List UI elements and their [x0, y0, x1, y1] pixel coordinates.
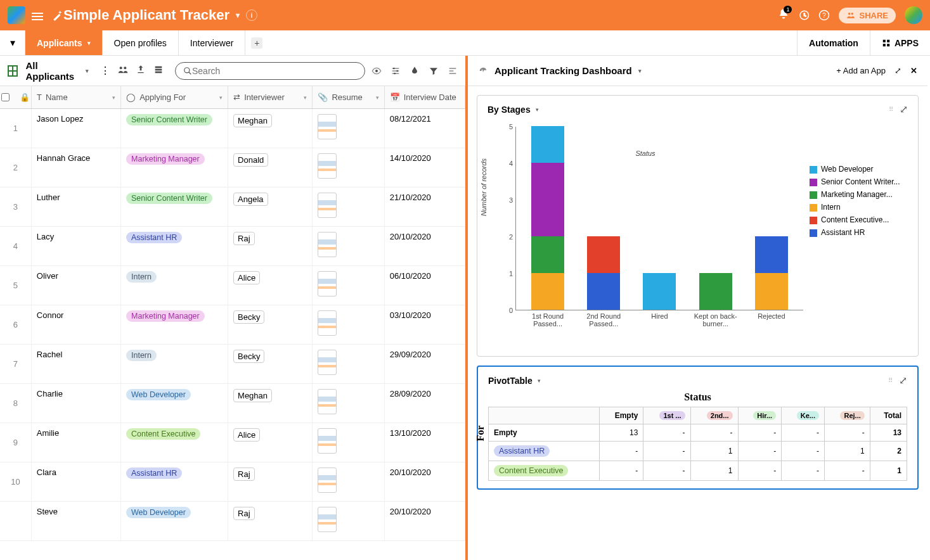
legend-item[interactable]: Senior Content Writer...: [810, 177, 908, 186]
menu-icon[interactable]: [32, 11, 43, 20]
col-interview-date[interactable]: 📅Interview Date: [385, 86, 465, 108]
expand-icon[interactable]: ⤢: [900, 103, 908, 115]
cell-applying-for[interactable]: Intern: [121, 266, 228, 305]
legend-item[interactable]: Content Executive...: [810, 215, 908, 224]
table-row[interactable]: 4LacyAssistant HRRaj20/10/2020: [0, 227, 465, 266]
cell-date[interactable]: 28/09/2020: [385, 384, 465, 423]
cell-applying-for[interactable]: Content Executive: [121, 423, 228, 462]
attachment-thumbnail[interactable]: [318, 193, 337, 218]
cell-resume[interactable]: [313, 188, 384, 226]
cell-date[interactable]: 06/10/2020: [385, 266, 465, 305]
table-row[interactable]: 10ClaraAssistant HRRaj20/10/2020: [0, 462, 465, 502]
add-app-button[interactable]: + Add an App: [836, 66, 886, 75]
cell-resume[interactable]: [313, 462, 384, 501]
cell-date[interactable]: 29/09/2020: [385, 345, 465, 383]
cell-interviewer[interactable]: Becky: [228, 345, 313, 383]
table-row[interactable]: 3LutherSenior Content WriterAngela21/10/…: [0, 188, 465, 227]
sliders-icon[interactable]: [391, 66, 401, 76]
cell-applying-for[interactable]: Web Developer: [121, 502, 228, 540]
cell-name[interactable]: Lacy: [32, 227, 121, 265]
cell-date[interactable]: 13/10/2020: [385, 423, 465, 462]
cell-interviewer[interactable]: Donald: [228, 148, 313, 187]
pivot-row-header[interactable]: Content Executive: [489, 461, 600, 481]
search-field[interactable]: [192, 66, 357, 76]
cell-applying-for[interactable]: Assistant HR: [121, 227, 228, 265]
cell-interviewer[interactable]: Alice: [228, 423, 313, 462]
col-applying-for[interactable]: ◯Applying For▾: [121, 86, 228, 108]
legend-item[interactable]: Assistant HR: [810, 228, 908, 237]
attachment-thumbnail[interactable]: [318, 153, 337, 179]
cell-applying-for[interactable]: Senior Content Writer: [121, 109, 228, 148]
expand-icon[interactable]: ⤢: [894, 66, 901, 75]
attachment-thumbnail[interactable]: [318, 389, 337, 414]
cell-name[interactable]: Jason Lopez: [32, 109, 121, 148]
table-row[interactable]: 1Jason LopezSenior Content WriterMeghan0…: [0, 109, 465, 148]
cell-name[interactable]: Clara: [32, 462, 121, 501]
table-body[interactable]: 1Jason LopezSenior Content WriterMeghan0…: [0, 109, 465, 560]
drag-handle-icon[interactable]: ⠿: [889, 106, 894, 113]
automation-button[interactable]: Automation: [797, 30, 870, 55]
cell-resume[interactable]: [313, 148, 384, 187]
attachment-thumbnail[interactable]: [318, 271, 337, 296]
pivot-card[interactable]: PivotTable ▾ ⠿ ⤢ Status Empty1st ...2nd.…: [477, 366, 919, 490]
collapse-tabs-button[interactable]: ▾: [0, 30, 25, 55]
color-icon[interactable]: [410, 66, 420, 76]
pivot-col-header[interactable]: Rej...: [824, 407, 870, 424]
tab-interviewer[interactable]: Interviewer: [179, 30, 245, 55]
attachment-thumbnail[interactable]: [318, 232, 337, 257]
chevron-down-icon[interactable]: ▾: [538, 378, 541, 384]
cell-resume[interactable]: [313, 227, 384, 265]
table-row[interactable]: 9AmilieContent ExecutiveAlice13/10/2020: [0, 423, 465, 462]
table-row[interactable]: 8CharlieWeb DeveloperMeghan28/09/2020: [0, 384, 465, 423]
col-interviewer[interactable]: ⇄Interviewer▾: [228, 86, 313, 108]
cell-resume[interactable]: [313, 423, 384, 462]
cell-name[interactable]: Rachel: [32, 345, 121, 383]
col-resume[interactable]: 📎Resume▾: [313, 86, 384, 108]
filter-icon[interactable]: [429, 66, 439, 76]
cell-applying-for[interactable]: Marketing Manager: [121, 148, 228, 187]
legend-item[interactable]: Web Developer: [810, 165, 908, 174]
apps-button[interactable]: APPS: [870, 30, 930, 55]
add-tab-button[interactable]: +: [245, 30, 268, 55]
drag-handle-icon[interactable]: ⠿: [888, 377, 894, 384]
cell-resume[interactable]: [313, 502, 384, 540]
info-icon[interactable]: i: [246, 10, 257, 21]
doc-title-area[interactable]: Simple Applicant Tracker ▾ i: [63, 7, 257, 23]
pivot-col-header[interactable]: Hir...: [738, 407, 782, 424]
cell-date[interactable]: 20/10/2020: [385, 462, 465, 501]
cell-applying-for[interactable]: Marketing Manager: [121, 305, 228, 344]
table-row[interactable]: 2Hannah GraceMarketing ManagerDonald14/1…: [0, 148, 465, 188]
table-row[interactable]: 7RachelInternBecky29/09/2020: [0, 345, 465, 384]
history-icon[interactable]: [798, 10, 810, 21]
people-icon[interactable]: [118, 65, 128, 75]
attachment-thumbnail[interactable]: [318, 310, 337, 336]
cell-date[interactable]: 08/12/2021: [385, 109, 465, 148]
pivot-col-header[interactable]: Total: [870, 407, 907, 424]
cell-name[interactable]: Amilie: [32, 423, 121, 462]
chevron-down-icon[interactable]: ▾: [536, 106, 539, 113]
cell-interviewer[interactable]: Raj: [228, 502, 313, 540]
cell-interviewer[interactable]: Alice: [228, 266, 313, 305]
export-icon[interactable]: [136, 65, 146, 75]
cell-name[interactable]: Steve: [32, 502, 121, 540]
cell-resume[interactable]: [313, 345, 384, 383]
help-icon[interactable]: ?: [818, 10, 830, 21]
cell-applying-for[interactable]: Web Developer: [121, 384, 228, 423]
cell-interviewer[interactable]: Meghan: [228, 109, 313, 148]
cell-interviewer[interactable]: Raj: [228, 462, 313, 501]
cell-name[interactable]: Hannah Grace: [32, 148, 121, 187]
cell-interviewer[interactable]: Angela: [228, 188, 313, 226]
hide-fields-icon[interactable]: [371, 66, 382, 76]
cell-date[interactable]: 20/10/2020: [385, 502, 465, 540]
cell-applying-for[interactable]: Senior Content Writer: [121, 188, 228, 226]
attachment-thumbnail[interactable]: [318, 428, 337, 454]
chevron-down-icon[interactable]: ▾: [236, 11, 240, 20]
expand-icon[interactable]: ⤢: [899, 374, 907, 386]
pivot-col-header[interactable]: 1st ...: [643, 407, 690, 424]
chevron-down-icon[interactable]: ▾: [87, 40, 91, 46]
pivot-row-header[interactable]: Assistant HR: [489, 442, 600, 461]
chevron-down-icon[interactable]: ▾: [638, 68, 642, 74]
group-icon[interactable]: [448, 66, 458, 76]
pivot-col-header[interactable]: Ke...: [782, 407, 825, 424]
pivot-col-header[interactable]: Empty: [599, 407, 643, 424]
